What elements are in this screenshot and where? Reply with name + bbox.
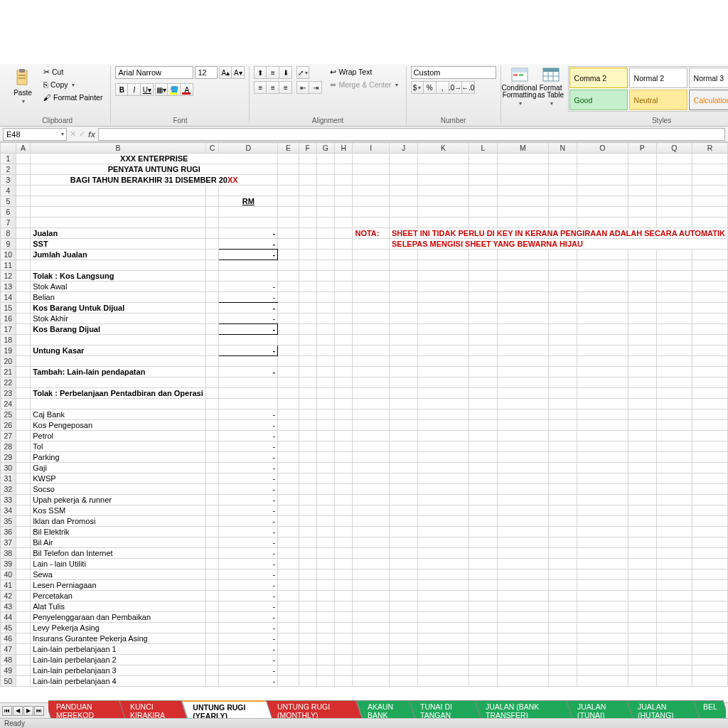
cell-C15[interactable] bbox=[205, 303, 219, 314]
cell-G42[interactable] bbox=[316, 591, 335, 601]
cell-P50[interactable] bbox=[628, 676, 656, 687]
cell-H49[interactable] bbox=[335, 665, 353, 676]
cell-P28[interactable] bbox=[628, 441, 656, 452]
cell-P13[interactable] bbox=[628, 282, 656, 292]
cell-B26[interactable]: Kos Pengeposan bbox=[31, 420, 205, 431]
cell-B17[interactable]: Kos Barang Dijual bbox=[31, 324, 205, 335]
cell-Q42[interactable] bbox=[656, 591, 692, 601]
cell-I4[interactable] bbox=[353, 186, 390, 196]
cell-A47[interactable] bbox=[16, 644, 31, 655]
cell-M3[interactable] bbox=[498, 175, 548, 186]
cell-M23[interactable] bbox=[498, 388, 548, 399]
cell-D39[interactable]: - bbox=[219, 559, 278, 569]
cell-O18[interactable] bbox=[577, 335, 628, 346]
cell-I40[interactable] bbox=[353, 569, 390, 580]
indent-dec-button[interactable]: ⇤ bbox=[296, 81, 309, 94]
cell-N25[interactable] bbox=[548, 410, 577, 420]
cell-N12[interactable] bbox=[548, 271, 577, 282]
cell-P2[interactable] bbox=[628, 164, 656, 175]
cell-O17[interactable] bbox=[577, 324, 628, 335]
cell-P15[interactable] bbox=[628, 303, 656, 314]
cell-I19[interactable] bbox=[353, 346, 390, 356]
cell-F3[interactable] bbox=[299, 175, 316, 186]
cell-O13[interactable] bbox=[577, 282, 628, 292]
cell-J41[interactable] bbox=[389, 580, 417, 591]
col-header-M[interactable]: M bbox=[498, 143, 548, 154]
cell-M25[interactable] bbox=[498, 410, 548, 420]
cell-I32[interactable] bbox=[353, 484, 390, 495]
cell-I48[interactable] bbox=[353, 655, 390, 665]
cell-A36[interactable] bbox=[16, 527, 31, 537]
cell-P49[interactable] bbox=[628, 665, 656, 676]
percent-button[interactable]: % bbox=[424, 81, 437, 94]
row-header-20[interactable]: 20 bbox=[1, 356, 16, 367]
cell-B40[interactable]: Sewa bbox=[31, 569, 205, 580]
row-header-38[interactable]: 38 bbox=[1, 548, 16, 559]
cell-H8[interactable] bbox=[335, 228, 353, 239]
cell-F5[interactable] bbox=[299, 196, 316, 207]
cell-P10[interactable] bbox=[628, 250, 656, 260]
cell-J37[interactable] bbox=[389, 537, 417, 548]
cell-H38[interactable] bbox=[335, 548, 353, 559]
cell-A16[interactable] bbox=[16, 314, 31, 324]
cell-G25[interactable] bbox=[316, 410, 335, 420]
cell-H45[interactable] bbox=[335, 623, 353, 633]
cell-M1[interactable] bbox=[498, 154, 548, 164]
cell-I47[interactable] bbox=[353, 644, 390, 655]
cell-G44[interactable] bbox=[316, 612, 335, 623]
cell-Q13[interactable] bbox=[656, 282, 692, 292]
cell-K42[interactable] bbox=[418, 591, 469, 601]
cell-C43[interactable] bbox=[205, 601, 219, 612]
cell-R5[interactable] bbox=[692, 196, 727, 207]
row-header-34[interactable]: 34 bbox=[1, 505, 16, 516]
cell-F18[interactable] bbox=[299, 335, 316, 346]
cell-F16[interactable] bbox=[299, 314, 316, 324]
cell-E46[interactable] bbox=[278, 633, 299, 644]
cell-I49[interactable] bbox=[353, 665, 390, 676]
cell-D49[interactable]: - bbox=[219, 665, 278, 676]
row-header-14[interactable]: 14 bbox=[1, 292, 16, 303]
row-header-5[interactable]: 5 bbox=[1, 196, 16, 207]
cell-D15[interactable]: - bbox=[219, 303, 278, 314]
cell-I8[interactable]: NOTA: bbox=[353, 228, 390, 239]
cell-J27[interactable] bbox=[389, 431, 417, 441]
cell-E13[interactable] bbox=[278, 282, 299, 292]
cell-Q46[interactable] bbox=[656, 633, 692, 644]
cell-D12[interactable] bbox=[219, 271, 278, 282]
cell-J23[interactable] bbox=[389, 388, 417, 399]
row-header-9[interactable]: 9 bbox=[1, 239, 16, 250]
cell-F41[interactable] bbox=[299, 580, 316, 591]
cell-L41[interactable] bbox=[469, 580, 497, 591]
cell-O19[interactable] bbox=[577, 346, 628, 356]
cell-C14[interactable] bbox=[205, 292, 219, 303]
cell-N29[interactable] bbox=[548, 452, 577, 463]
cell-G1[interactable] bbox=[316, 154, 335, 164]
cell-J22[interactable] bbox=[389, 378, 417, 388]
cell-G47[interactable] bbox=[316, 644, 335, 655]
cell-F32[interactable] bbox=[299, 484, 316, 495]
cell-A31[interactable] bbox=[16, 473, 31, 484]
cell-K34[interactable] bbox=[418, 505, 469, 516]
cell-C30[interactable] bbox=[205, 463, 219, 473]
cell-Q10[interactable] bbox=[656, 250, 692, 260]
cell-I42[interactable] bbox=[353, 591, 390, 601]
cell-N3[interactable] bbox=[548, 175, 577, 186]
cell-H48[interactable] bbox=[335, 655, 353, 665]
cell-L5[interactable] bbox=[469, 196, 497, 207]
cell-I6[interactable] bbox=[353, 207, 390, 218]
cell-L40[interactable] bbox=[469, 569, 497, 580]
cell-G8[interactable] bbox=[316, 228, 335, 239]
cell-L1[interactable] bbox=[469, 154, 497, 164]
cell-O48[interactable] bbox=[577, 655, 628, 665]
cell-O49[interactable] bbox=[577, 665, 628, 676]
cell-C22[interactable] bbox=[205, 378, 219, 388]
cell-F20[interactable] bbox=[299, 356, 316, 367]
cell-N39[interactable] bbox=[548, 559, 577, 569]
col-header-D[interactable]: D bbox=[219, 143, 278, 154]
cell-L42[interactable] bbox=[469, 591, 497, 601]
cell-H29[interactable] bbox=[335, 452, 353, 463]
col-header-F[interactable]: F bbox=[299, 143, 316, 154]
cell-O3[interactable] bbox=[577, 175, 628, 186]
cell-P19[interactable] bbox=[628, 346, 656, 356]
cell-L28[interactable] bbox=[469, 441, 497, 452]
